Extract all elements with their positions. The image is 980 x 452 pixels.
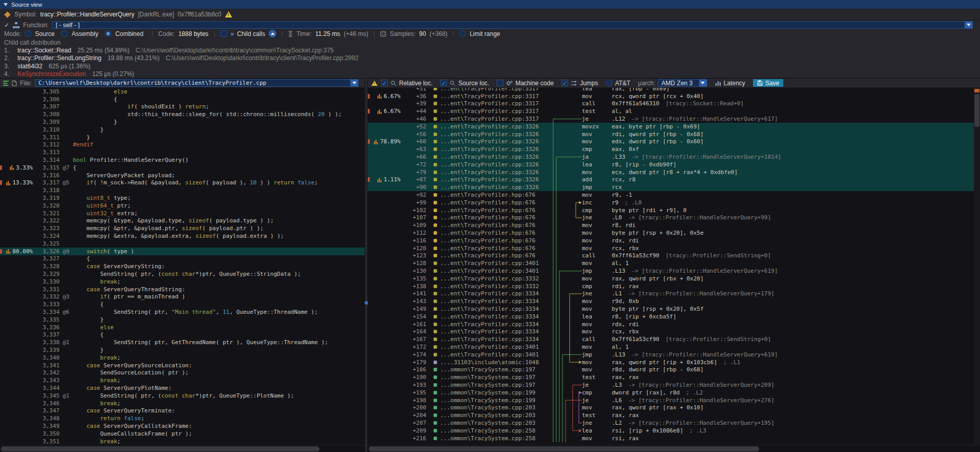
warning-icon[interactable] <box>225 11 232 17</box>
uarch-select-arrow[interactable] <box>699 80 707 86</box>
source-line[interactable]: 3,327 { <box>0 255 365 263</box>
uarch-select[interactable]: AMD Zen 3 <box>658 79 707 87</box>
assembly-line[interactable]: +128...ent\TracyProfiler.cpp:3401moval, … <box>368 259 980 267</box>
source-line[interactable]: 3,322 memcpy( &type, &payload.type, size… <box>0 217 365 225</box>
assembly-horizontal-scrollbar[interactable] <box>368 445 980 452</box>
source-line[interactable]: 3,330 break; <box>0 278 365 286</box>
assembly-line[interactable]: +149...ent\TracyProfiler.cpp:3334movbyte… <box>368 305 980 313</box>
source-line[interactable]: 3,349 case ServerQueryCallstackFrame: <box>0 422 365 430</box>
assembly-line[interactable]: 78.89%+60...ent\TracyProfiler.cpp:3326mo… <box>368 138 980 146</box>
source-loc-label[interactable]: Source loc. <box>458 80 489 87</box>
titlebar[interactable]: Source view <box>0 0 980 9</box>
source-line[interactable]: 3,337 { <box>0 331 365 339</box>
source-line[interactable]: 3.33%3,315@7{ <box>0 164 365 172</box>
latency-toggle[interactable]: Latency <box>724 80 745 87</box>
child-call-item[interactable]: 1.tracy::Socket::Read25.25 ms (54.89%)C:… <box>0 46 980 54</box>
assembly-line[interactable]: +79...ent\TracyProfiler.cpp:3326movecx, … <box>368 168 980 176</box>
source-line[interactable]: 3,320 uint64_t ptr; <box>0 202 365 210</box>
assembly-line[interactable]: +204...ommon\TracySystem.cpp:203testrax,… <box>368 411 980 419</box>
assembly-line[interactable]: +161...ent\TracyProfiler.cpp:3334movrdx,… <box>368 321 980 328</box>
assembly-line[interactable]: +39...ent\TracyProfiler.cpp:3317call0x7f… <box>368 100 980 108</box>
child-call-item[interactable]: 3.stat64i32625 μs (1.36%) <box>0 62 980 70</box>
mode-option-combined[interactable]: Combined <box>115 30 143 37</box>
scrollbar-thumb[interactable] <box>369 446 759 451</box>
source-line[interactable]: 3,334@6 SendString( ptr, "Main thread", … <box>0 308 365 316</box>
assembly-line[interactable]: +109...ent\TracyProfiler.hpp:676movr8, r… <box>368 221 980 229</box>
assembly-line[interactable]: +102...ent\TracyProfiler.hpp:676cmpbyte … <box>368 206 980 214</box>
source-line[interactable]: 3,329 SendString( ptr, (const char*)ptr,… <box>0 270 365 278</box>
assembly-vertical-scrollbar[interactable] <box>974 88 980 445</box>
source-line[interactable]: 3,305 else <box>0 88 365 96</box>
source-line[interactable]: 3,350 QueueCallstackFrame( ptr ); <box>0 430 365 438</box>
file-select[interactable]: C:\Users\wolf\Desktop\darkrl\contrib\tra… <box>35 79 359 87</box>
assembly-line[interactable]: +123...ent\TracyProfiler.hpp:676call0x7f… <box>368 252 980 260</box>
jumps-checkbox[interactable] <box>561 80 568 86</box>
assembly-line[interactable]: +174...ent\TracyProfiler.cpp:3401jmp.L13… <box>368 351 980 359</box>
assembly-line[interactable]: +99...ent\TracyProfiler.hpp:676incr9; .L… <box>368 199 980 206</box>
child-call-item[interactable]: 2.tracy::Profiler::SendLongString19.88 m… <box>0 54 980 63</box>
assembly-line[interactable]: +193...ommon\TracySystem.cpp:197je.L3-> … <box>368 381 980 389</box>
assembly-line[interactable]: +143...ent\TracyProfiler.cpp:3334movr9d,… <box>368 297 980 305</box>
source-line[interactable]: 3,335 } <box>0 316 365 324</box>
scrollbar-thumb[interactable] <box>1 446 319 451</box>
mode-radio-assembly[interactable] <box>61 30 68 37</box>
assembly-line[interactable]: +186...ommon\TracySystem.cpp:197movr8d, … <box>368 366 980 373</box>
source-line[interactable]: 3,309 } <box>0 118 365 126</box>
source-line[interactable]: 3,344 case ServerQueryPlotName: <box>0 384 365 392</box>
jumps-label[interactable]: Jumps <box>580 80 598 87</box>
jump-to-entry-button[interactable] <box>269 30 276 37</box>
limit-range-checkbox[interactable] <box>459 30 466 37</box>
assembly-line[interactable]: +154...ent\TracyProfiler.cpp:3334lear8, … <box>368 313 980 321</box>
source-line[interactable]: 3,321 uint32_t extra; <box>0 210 365 217</box>
assembly-line[interactable]: +190...ommon\TracySystem.cpp:197testrax,… <box>368 373 980 381</box>
source-line[interactable]: 3,340 break; <box>0 354 365 362</box>
child-calls-label[interactable]: Child calls <box>237 30 266 37</box>
function-select-arrow[interactable] <box>965 22 972 28</box>
assembly-line[interactable]: +179....31103\include\atomic:1048movrax,… <box>368 359 980 366</box>
machine-code-label[interactable]: Machine code <box>515 80 554 87</box>
mode-radio-combined[interactable] <box>105 30 111 37</box>
source-line[interactable]: 3,313 <box>0 148 365 156</box>
source-line[interactable]: 3,347 case ServerQueryTerminate: <box>0 407 365 415</box>
assembly-line[interactable]: +138...ent\TracyProfiler.cpp:3332cmprdi,… <box>368 282 980 290</box>
assembly-line[interactable]: 6.67%+36...ent\TracyProfiler.cpp:3317mov… <box>368 92 980 100</box>
source-line[interactable]: 3,308 std::this_thread::sleep_for( std::… <box>0 110 365 118</box>
source-line[interactable]: 3,324 memcpy( &extra, &payload.extra, si… <box>0 232 365 240</box>
source-line[interactable]: 3,338@1 SendString( ptr, GetThreadName( … <box>0 338 365 346</box>
source-line[interactable]: 3,306 { <box>0 96 365 103</box>
relative-loc-checkbox[interactable] <box>381 80 388 86</box>
source-line[interactable]: 3,310 } <box>0 126 365 134</box>
source-line[interactable]: 3,307 if( shouldExit ) return; <box>0 103 365 111</box>
assembly-line[interactable]: +72...ent\TracyProfiler.cpp:3326lear8, [… <box>368 161 980 168</box>
assembly-line[interactable]: +90...ent\TracyProfiler.cpp:3326jmprcx <box>368 183 980 191</box>
assembly-line[interactable]: +107...ent\TracyProfiler.hpp:676jne.L0->… <box>368 214 980 222</box>
limit-range-label[interactable]: Limit range <box>469 30 500 37</box>
source-line[interactable]: 3,325 <box>0 240 365 248</box>
assembly-line[interactable]: +112...ent\TracyProfiler.hpp:676movbyte … <box>368 229 980 237</box>
source-line[interactable]: 3,316 ServerQueryPacket payload; <box>0 172 365 179</box>
assembly-line[interactable]: +66...ent\TracyProfiler.cpp:3326ja.L33->… <box>368 153 980 161</box>
assembly-line[interactable]: +164...ent\TracyProfiler.cpp:3334movrcx,… <box>368 328 980 336</box>
source-line[interactable]: 3,318 <box>0 186 365 194</box>
assembly-line[interactable]: +120...ent\TracyProfiler.hpp:676movrcx, … <box>368 244 980 252</box>
assembly-line[interactable]: +63...ent\TracyProfiler.cpp:3326cmpeax, … <box>368 145 980 153</box>
mode-option-assembly[interactable]: Assembly <box>71 30 98 37</box>
save-button[interactable]: Save <box>753 79 783 87</box>
assembly-line[interactable]: +198...ommon\TracySystem.cpp:199je.L6-> … <box>368 397 980 404</box>
assembly-line[interactable]: +167...ent\TracyProfiler.cpp:3334call0x7… <box>368 335 980 343</box>
source-loc-checkbox[interactable] <box>440 80 447 86</box>
source-line[interactable]: 3,314bool Profiler::HandleServerQuery() <box>0 156 365 164</box>
assembly-line[interactable]: +116...ent\TracyProfiler.hpp:676movrdx, … <box>368 237 980 244</box>
source-line[interactable]: 3,328 case ServerQueryString: <box>0 262 365 270</box>
file-select-arrow[interactable] <box>350 80 358 86</box>
source-line[interactable]: 3,336 else <box>0 324 365 331</box>
source-line[interactable]: 3,333 { <box>0 300 365 308</box>
source-line[interactable]: 3,342 SendSourceLocation( ptr ); <box>0 369 365 376</box>
relative-loc-label[interactable]: Relative loc. <box>399 80 432 87</box>
source-line[interactable]: 80.00%3,326@9 switch( type ) <box>0 248 365 255</box>
warning-icon[interactable] <box>371 80 378 85</box>
source-horizontal-scrollbar[interactable] <box>0 445 365 452</box>
assembly-line[interactable]: +52...ent\TracyProfiler.cpp:3326movzxeax… <box>368 123 980 130</box>
assembly-line[interactable]: +135...ent\TracyProfiler.cpp:3332movrax,… <box>368 275 980 282</box>
assembly-line[interactable]: 6.67%+44...ent\TracyProfiler.cpp:3317tes… <box>368 107 980 115</box>
